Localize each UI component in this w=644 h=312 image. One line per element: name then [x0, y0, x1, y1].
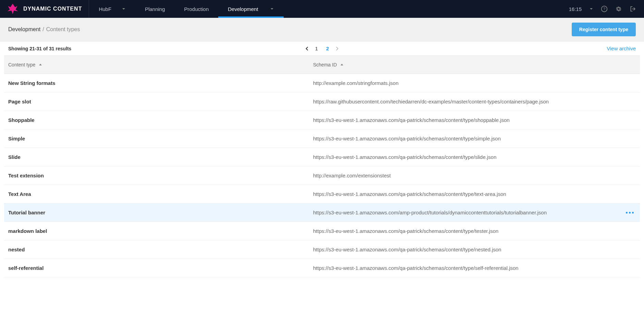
cell-schema-id: https://s3-eu-west-1.amazonaws.com/amp-p… — [313, 210, 636, 215]
nav-tab-development[interactable]: Development — [218, 0, 283, 18]
logo-section: DYNAMIC CONTENT — [0, 0, 89, 18]
ellipsis-icon — [626, 212, 634, 213]
table-header: Content type Schema ID — [4, 55, 640, 74]
logo-icon — [7, 3, 23, 15]
table-row[interactable]: Page slothttps://raw.githubusercontent.c… — [4, 92, 640, 111]
page-2[interactable]: 2 — [326, 46, 329, 51]
table-row[interactable]: Slidehttps://s3-eu-west-1.amazonaws.com/… — [4, 148, 640, 166]
app-header: DYNAMIC CONTENT HubF PlanningProductionD… — [0, 0, 644, 18]
results-bar: Showing 21-31 of 31 results 12 View arch… — [0, 41, 644, 55]
breadcrumb-bar: Development / Content types Register con… — [0, 18, 644, 41]
content-type-table: Content type Schema ID New String format… — [0, 55, 644, 277]
cell-content-type: Text Area — [8, 191, 313, 197]
table-row[interactable]: Text Areahttps://s3-eu-west-1.amazonaws.… — [4, 185, 640, 203]
cell-content-type: Test extension — [8, 173, 313, 178]
view-archive-link[interactable]: View archive — [607, 46, 636, 51]
cell-content-type: self-referential — [8, 265, 313, 271]
hub-label: HubF — [99, 6, 111, 12]
column-content-type[interactable]: Content type — [8, 62, 313, 67]
cell-schema-id: http://example.com/stringformats.json — [313, 80, 636, 86]
pagination: 12 — [306, 46, 339, 51]
cell-content-type: nested — [8, 247, 313, 252]
svg-text:?: ? — [603, 7, 605, 11]
breadcrumb: Development / Content types — [8, 26, 80, 33]
logout-icon[interactable] — [630, 5, 636, 12]
table-row[interactable]: nestedhttps://s3-eu-west-1.amazonaws.com… — [4, 240, 640, 259]
column-schema-id[interactable]: Schema ID — [313, 62, 636, 67]
cell-schema-id: https://s3-eu-west-1.amazonaws.com/qa-pa… — [313, 154, 636, 160]
register-content-type-button[interactable]: Register content type — [572, 23, 636, 36]
breadcrumb-root[interactable]: Development — [8, 26, 40, 33]
cell-content-type: New String formats — [8, 80, 313, 86]
table-row[interactable]: Tutorial bannerhttps://s3-eu-west-1.amaz… — [4, 203, 640, 222]
cell-content-type: Tutorial banner — [8, 210, 313, 215]
nav-tab-production[interactable]: Production — [175, 0, 219, 18]
gear-icon[interactable] — [615, 5, 622, 12]
cell-content-type: markdown label — [8, 228, 313, 234]
table-row[interactable]: Simplehttps://s3-eu-west-1.amazonaws.com… — [4, 129, 640, 148]
cell-content-type: Shoppable — [8, 117, 313, 123]
brand-name: DYNAMIC CONTENT — [23, 6, 82, 12]
results-count: Showing 21-31 of 31 results — [8, 46, 71, 51]
table-row[interactable]: markdown labelhttps://s3-eu-west-1.amazo… — [4, 222, 640, 240]
cell-schema-id: https://s3-eu-west-1.amazonaws.com/qa-pa… — [313, 191, 636, 197]
table-row[interactable]: Test extensionhttp://example.com/extensi… — [4, 166, 640, 185]
hub-selector[interactable]: HubF — [89, 0, 135, 18]
cell-schema-id: https://s3-eu-west-1.amazonaws.com/qa-pa… — [313, 117, 636, 123]
column-schema-id-label: Schema ID — [313, 62, 337, 67]
prev-page-icon[interactable] — [306, 46, 309, 51]
cell-schema-id: https://s3-eu-west-1.amazonaws.com/qa-pa… — [313, 247, 636, 252]
page-1[interactable]: 1 — [315, 46, 318, 51]
chevron-down-icon[interactable] — [589, 7, 593, 11]
cell-content-type: Slide — [8, 154, 313, 160]
clock: 16:15 — [569, 6, 582, 12]
row-actions-button[interactable] — [626, 212, 634, 213]
cell-content-type: Page slot — [8, 99, 313, 104]
cell-schema-id: https://s3-eu-west-1.amazonaws.com/qa-pa… — [313, 265, 636, 271]
sort-asc-icon — [340, 63, 344, 66]
breadcrumb-current: Content types — [46, 26, 80, 33]
sort-asc-icon — [39, 63, 42, 66]
nav-tab-planning[interactable]: Planning — [135, 0, 174, 18]
cell-content-type: Simple — [8, 136, 313, 141]
cell-schema-id: https://s3-eu-west-1.amazonaws.com/qa-pa… — [313, 228, 636, 234]
table-row[interactable]: Shoppablehttps://s3-eu-west-1.amazonaws.… — [4, 111, 640, 129]
column-content-type-label: Content type — [8, 62, 35, 67]
table-row[interactable]: self-referentialhttps://s3-eu-west-1.ama… — [4, 259, 640, 277]
nav-tabs: HubF PlanningProductionDevelopment — [89, 0, 283, 18]
next-page-icon[interactable] — [335, 46, 338, 51]
cell-schema-id: http://example.com/extensionstest — [313, 173, 636, 178]
cell-schema-id: https://s3-eu-west-1.amazonaws.com/qa-pa… — [313, 136, 636, 141]
cell-schema-id: https://raw.githubusercontent.com/techie… — [313, 99, 636, 104]
table-row[interactable]: New String formatshttp://example.com/str… — [4, 74, 640, 92]
breadcrumb-separator: / — [42, 26, 44, 33]
chevron-down-icon — [122, 7, 126, 11]
help-icon[interactable]: ? — [601, 5, 608, 12]
header-right: 16:15 ? — [569, 5, 644, 12]
chevron-down-icon — [270, 7, 274, 11]
